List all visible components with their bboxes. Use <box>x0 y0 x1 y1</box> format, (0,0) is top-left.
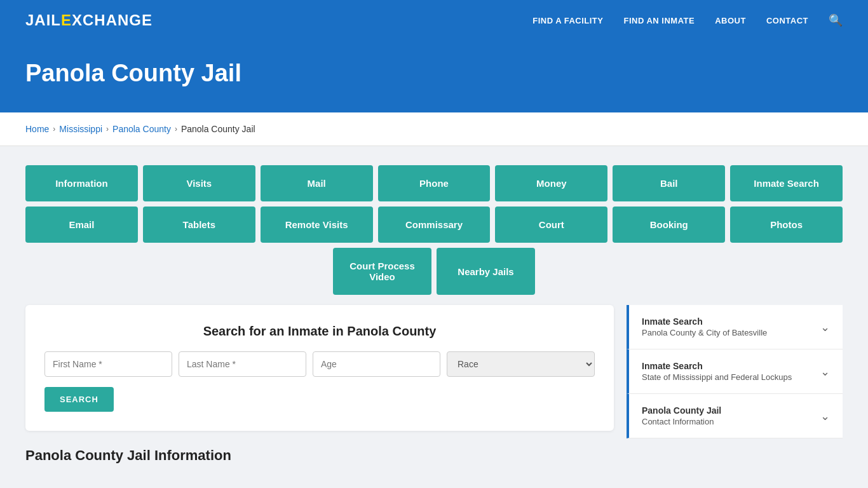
btn-information[interactable]: Information <box>25 165 138 201</box>
search-icon[interactable]: 🔍 <box>829 13 843 27</box>
last-name-input[interactable] <box>179 351 306 377</box>
logo-text: JAILEXCHANGE <box>25 11 153 29</box>
main-nav: FIND A FACILITY FIND AN INMATE ABOUT CON… <box>532 13 843 27</box>
btn-inmate-search[interactable]: Inmate Search <box>730 165 843 201</box>
breadcrumb-panola-county[interactable]: Panola County <box>112 124 171 134</box>
sidebar-item-title-1: Inmate Search <box>642 316 767 327</box>
btn-photos[interactable]: Photos <box>730 207 843 243</box>
search-fields: Race White Black Hispanic Asian Other <box>44 351 595 377</box>
btn-commissary[interactable]: Commissary <box>378 207 491 243</box>
header: JAILEXCHANGE FIND A FACILITY FIND AN INM… <box>0 0 868 41</box>
sidebar-item-contact-info[interactable]: Panola County Jail Contact Information ⌄ <box>627 394 843 438</box>
chevron-down-icon-1: ⌄ <box>820 320 830 334</box>
chevron-down-icon-2: ⌄ <box>820 365 830 379</box>
search-title: Search for an Inmate in Panola County <box>44 324 595 339</box>
sidebar-item-inmate-search-county[interactable]: Inmate Search Panola County & City of Ba… <box>627 305 843 349</box>
hero-section: Panola County Jail <box>0 41 868 112</box>
btn-money[interactable]: Money <box>495 165 607 201</box>
jail-info-title: Panola County Jail Information <box>25 447 614 464</box>
logo-e: E <box>61 11 72 29</box>
nav-find-facility[interactable]: FIND A FACILITY <box>532 16 603 25</box>
breadcrumb: Home › Mississippi › Panola County › Pan… <box>0 112 868 146</box>
age-input[interactable] <box>313 351 440 377</box>
logo: JAILEXCHANGE <box>25 11 153 29</box>
sidebar-item-subtitle-1: Panola County & City of Batesville <box>642 328 767 337</box>
breadcrumb-sep-1: › <box>53 125 55 133</box>
content-row: Search for an Inmate in Panola County Ra… <box>25 305 843 464</box>
btn-nearby-jails[interactable]: Nearby Jails <box>437 248 535 295</box>
btn-remote-visits[interactable]: Remote Visits <box>261 207 373 243</box>
page-title: Panola County Jail <box>25 60 843 87</box>
logo-jail: JAIL <box>25 11 61 29</box>
btn-email[interactable]: Email <box>25 207 138 243</box>
race-select[interactable]: Race White Black Hispanic Asian Other <box>447 351 595 377</box>
sidebar-item-title-2: Inmate Search <box>642 361 792 371</box>
jail-info-section: Panola County Jail Information <box>25 447 614 464</box>
sidebar-item-text-3: Panola County Jail Contact Information <box>642 405 721 426</box>
breadcrumb-sep-3: › <box>175 125 177 133</box>
breadcrumb-current: Panola County Jail <box>181 124 255 134</box>
btn-court[interactable]: Court <box>495 207 607 243</box>
sidebar-item-subtitle-2: State of Mississippi and Federal Lockups <box>642 372 792 382</box>
btn-booking[interactable]: Booking <box>613 207 725 243</box>
breadcrumb-mississippi[interactable]: Mississippi <box>59 124 102 134</box>
sidebar-item-inmate-search-state[interactable]: Inmate Search State of Mississippi and F… <box>627 349 843 394</box>
first-name-input[interactable] <box>44 351 172 377</box>
breadcrumb-sep-2: › <box>106 125 109 133</box>
btn-visits[interactable]: Visits <box>143 165 255 201</box>
inmate-search-box: Search for an Inmate in Panola County Ra… <box>25 305 614 431</box>
sidebar-item-subtitle-3: Contact Information <box>642 417 721 426</box>
chevron-down-icon-3: ⌄ <box>820 409 830 423</box>
btn-phone[interactable]: Phone <box>378 165 491 201</box>
main-content: Information Visits Mail Phone Money Bail… <box>0 146 868 483</box>
nav-about[interactable]: ABOUT <box>715 16 746 25</box>
nav-find-inmate[interactable]: FIND AN INMATE <box>623 16 695 25</box>
logo-xchange: XCHANGE <box>72 11 153 29</box>
search-button[interactable]: SEARCH <box>44 387 114 412</box>
button-row-2: Email Tablets Remote Visits Commissary C… <box>25 207 843 243</box>
sidebar-item-title-3: Panola County Jail <box>642 405 721 416</box>
btn-tablets[interactable]: Tablets <box>143 207 255 243</box>
sidebar-item-text-2: Inmate Search State of Mississippi and F… <box>642 361 792 382</box>
sidebar-item-text-1: Inmate Search Panola County & City of Ba… <box>642 316 767 337</box>
button-row-3: Court Process Video Nearby Jails <box>25 248 843 295</box>
btn-court-process-video[interactable]: Court Process Video <box>333 248 431 295</box>
btn-mail[interactable]: Mail <box>261 165 373 201</box>
btn-bail[interactable]: Bail <box>613 165 725 201</box>
navigation-buttons: Information Visits Mail Phone Money Bail… <box>25 165 843 295</box>
nav-contact[interactable]: CONTACT <box>766 16 808 25</box>
breadcrumb-home[interactable]: Home <box>25 124 49 134</box>
button-row-1: Information Visits Mail Phone Money Bail… <box>25 165 843 201</box>
sidebar: Inmate Search Panola County & City of Ba… <box>627 305 843 464</box>
